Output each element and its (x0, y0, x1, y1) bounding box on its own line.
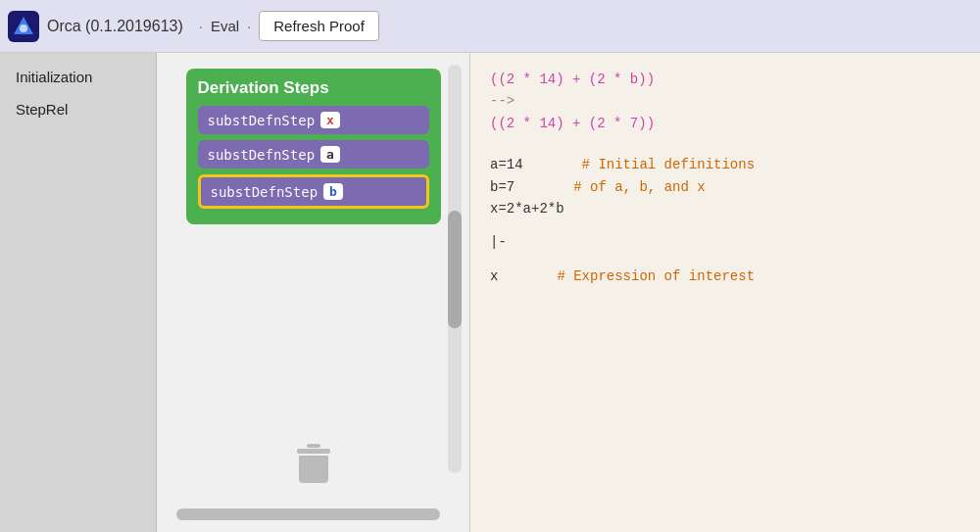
proof-line-2: --> (490, 90, 960, 112)
sidebar-item-steprel[interactable]: StepRel (0, 93, 156, 125)
def-row-x: x=2*a+2*b (490, 198, 960, 219)
svg-point-1 (20, 24, 27, 32)
trash-lid (297, 449, 330, 454)
step-item-b[interactable]: substDefnStep b (198, 174, 429, 209)
horizontal-scrollbar[interactable] (176, 508, 440, 520)
sidebar-item-initialization[interactable]: Initialization (0, 61, 156, 93)
b-comment: # of a, b, and x (573, 176, 705, 198)
app-logo-icon (8, 11, 39, 42)
expr-comment: # Expression of interest (557, 266, 755, 287)
refresh-proof-button[interactable]: Refresh Proof (259, 11, 379, 41)
step-label-a: substDefnStep (208, 147, 316, 163)
delete-area (294, 440, 333, 483)
delete-icon[interactable] (294, 440, 333, 483)
derivation-block: Derivation Steps substDefnStep x substDe… (186, 69, 441, 224)
titlebar: Orca (0.1.2019613) · Eval · Refresh Proo… (0, 0, 980, 53)
expr-row: x # Expression of interest (490, 266, 960, 287)
step-badge-x: x (320, 112, 340, 128)
proof-line-3: ((2 * 14) + (2 * 7)) (490, 113, 960, 134)
dot2: · (247, 18, 251, 34)
sidebar: Initialization StepRel (0, 53, 157, 532)
trash-body (299, 456, 328, 483)
definitions-section: a=14 # Initial definitions b=7 # of a, b… (490, 154, 960, 287)
left-panel: Derivation Steps substDefnStep x substDe… (157, 53, 470, 532)
a-definition: a=14 (490, 154, 523, 175)
step-item-a[interactable]: substDefnStep a (198, 140, 429, 169)
proof-line-1: ((2 * 14) + (2 * b)) (490, 69, 960, 90)
expression: x (490, 266, 498, 287)
vertical-scrollbar-track[interactable] (448, 65, 462, 473)
step-label-b: substDefnStep (211, 184, 318, 200)
eval-label: Eval (211, 18, 239, 34)
vertical-scrollbar-thumb[interactable] (448, 211, 462, 328)
a-comment: # Initial definitions (582, 154, 755, 175)
turnstile-line: |- (490, 231, 960, 253)
derivation-title: Derivation Steps (198, 78, 429, 98)
step-badge-b: b (323, 183, 343, 200)
def-row-b: b=7 # of a, b, and x (490, 176, 960, 198)
b-definition: b=7 (490, 176, 514, 198)
app-title: Orca (0.1.2019613) (47, 18, 183, 35)
trash-handle (307, 444, 320, 448)
step-label-x: substDefnStep (208, 113, 316, 128)
def-row-a: a=14 # Initial definitions (490, 154, 960, 175)
step-badge-a: a (320, 146, 340, 163)
right-panel: ((2 * 14) + (2 * b)) --> ((2 * 14) + (2 … (470, 53, 980, 532)
step-item-x[interactable]: substDefnStep x (198, 106, 429, 134)
x-definition: x=2*a+2*b (490, 198, 564, 219)
dot1: · (199, 18, 203, 34)
main-layout: Initialization StepRel Derivation Steps … (0, 53, 980, 532)
